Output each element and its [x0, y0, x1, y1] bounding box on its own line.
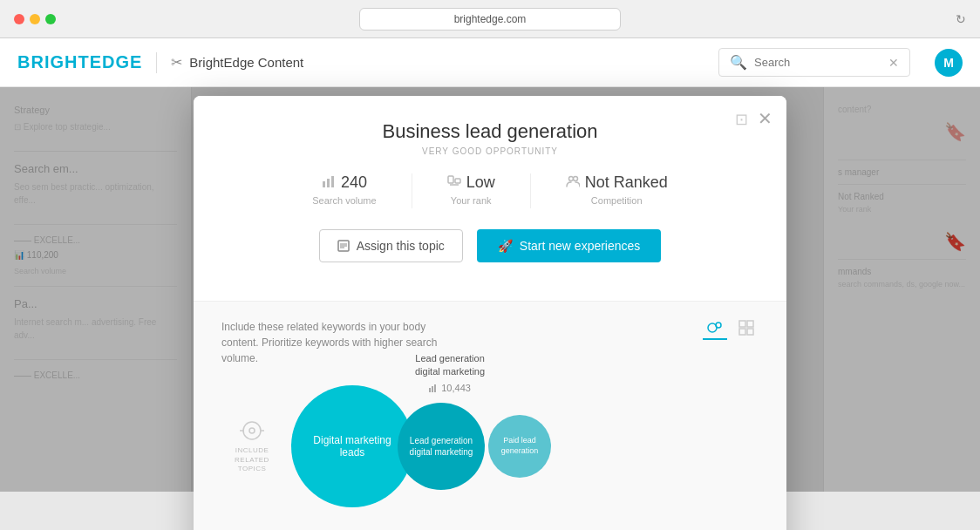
- grid-view-icon[interactable]: [734, 316, 759, 340]
- bubbles-container: Digital marketing leads Lead generationd…: [282, 385, 759, 507]
- volume-label: Search volume: [312, 195, 376, 206]
- browser-chrome: brightedge.com ↻: [0, 0, 980, 38]
- bubble-stat: 10,443: [415, 382, 485, 395]
- competition-label: Competition: [591, 195, 643, 206]
- modal: ⊡ ✕ Business lead generation VERY GOOD O…: [194, 96, 786, 530]
- logo: BRIGHTEDGE: [17, 52, 142, 72]
- search-input[interactable]: [754, 56, 881, 69]
- bubble-view-icon[interactable]: [703, 316, 727, 340]
- svg-point-19: [249, 428, 255, 433]
- bubble-chart: INCLUDERELATED TOPICS Digital marketing …: [221, 377, 759, 516]
- browser-dots: [14, 14, 56, 24]
- svg-point-18: [243, 422, 261, 439]
- app-header: BRIGHTEDGE ✂ BrightEdge Content 🔍 ✕ M: [0, 38, 980, 87]
- modal-top: ⊡ ✕ Business lead generation VERY GOOD O…: [194, 96, 786, 301]
- competition-value: Not Ranked: [585, 173, 668, 192]
- bubble-external-label: Lead generationdigital marketing 10,443: [415, 352, 485, 395]
- close-search-icon[interactable]: ✕: [888, 56, 899, 70]
- rank-label: Your rank: [451, 195, 492, 206]
- svg-rect-17: [747, 329, 753, 335]
- bubble-digital-marketing: Digital marketing leads: [291, 385, 413, 507]
- dot-green: [45, 14, 56, 24]
- svg-rect-14: [739, 321, 745, 327]
- modal-overlay: ⊡ ✕ Business lead generation VERY GOOD O…: [0, 87, 980, 492]
- header-divider: [156, 52, 157, 73]
- dot-red: [14, 14, 24, 24]
- competition-icon: [566, 174, 580, 192]
- search-icon: 🔍: [730, 54, 747, 71]
- bar-icon: [429, 384, 438, 392]
- modal-actions: Assign this topic 🚀 Start new experience…: [221, 229, 759, 262]
- svg-rect-22: [429, 388, 431, 392]
- svg-rect-23: [432, 386, 433, 392]
- scissors-icon: ✂: [171, 54, 182, 71]
- assign-button[interactable]: Assign this topic: [319, 229, 463, 262]
- svg-rect-4: [455, 179, 460, 183]
- modal-subtitle: VERY GOOD OPPORTUNITY: [221, 146, 759, 156]
- modal-close-button[interactable]: ✕: [758, 108, 772, 129]
- svg-rect-0: [323, 181, 325, 187]
- header-search[interactable]: 🔍 ✕: [718, 48, 910, 77]
- bubble-label: Digital marketing leads: [291, 424, 413, 469]
- stat-search-volume: 240 Search volume: [312, 173, 376, 208]
- svg-rect-16: [739, 329, 745, 335]
- refresh-icon[interactable]: ↻: [956, 12, 966, 26]
- svg-rect-15: [747, 321, 753, 327]
- browser-url: brightedge.com: [359, 8, 621, 31]
- avatar: M: [935, 49, 963, 77]
- modal-title: Business lead generation: [221, 120, 759, 143]
- include-label: INCLUDERELATED TOPICS: [221, 418, 282, 473]
- assign-icon: [337, 240, 350, 252]
- include-icon: [240, 418, 264, 443]
- bubble-lead-generation-container: Lead generationdigital marketing 10,443: [406, 403, 485, 490]
- dot-yellow: [30, 14, 40, 24]
- rank-icon: [447, 174, 461, 192]
- rocket-icon: 🚀: [498, 239, 513, 253]
- app-name-label: BrightEdge Content: [189, 55, 303, 70]
- volume-icon: [322, 174, 336, 192]
- svg-point-7: [573, 176, 577, 180]
- url-text: brightedge.com: [454, 13, 527, 25]
- header-app-name: ✂ BrightEdge Content: [171, 54, 303, 71]
- modal-stats: 240 Search volume Lo: [221, 173, 759, 208]
- stat-divider-1: [412, 173, 412, 208]
- bubble-lead-gen: Lead generation digital marketing: [398, 403, 485, 490]
- volume-value: 240: [341, 173, 367, 192]
- bubble-paid-lead: Paid lead generation: [488, 415, 551, 478]
- svg-rect-2: [331, 176, 334, 187]
- stat-divider-2: [530, 173, 531, 208]
- svg-rect-1: [327, 179, 330, 187]
- svg-rect-24: [434, 384, 436, 392]
- svg-rect-3: [448, 176, 453, 183]
- stat-competition: Not Ranked Competition: [566, 173, 668, 208]
- view-toggle: [703, 316, 759, 340]
- stat-rank: Low Your rank: [447, 173, 495, 208]
- modal-bottom: Include these related keywords in your b…: [194, 301, 786, 530]
- start-button[interactable]: 🚀 Start new experiences: [477, 229, 662, 262]
- bookmark-icon[interactable]: ⊡: [735, 110, 748, 129]
- rank-value: Low: [466, 173, 495, 192]
